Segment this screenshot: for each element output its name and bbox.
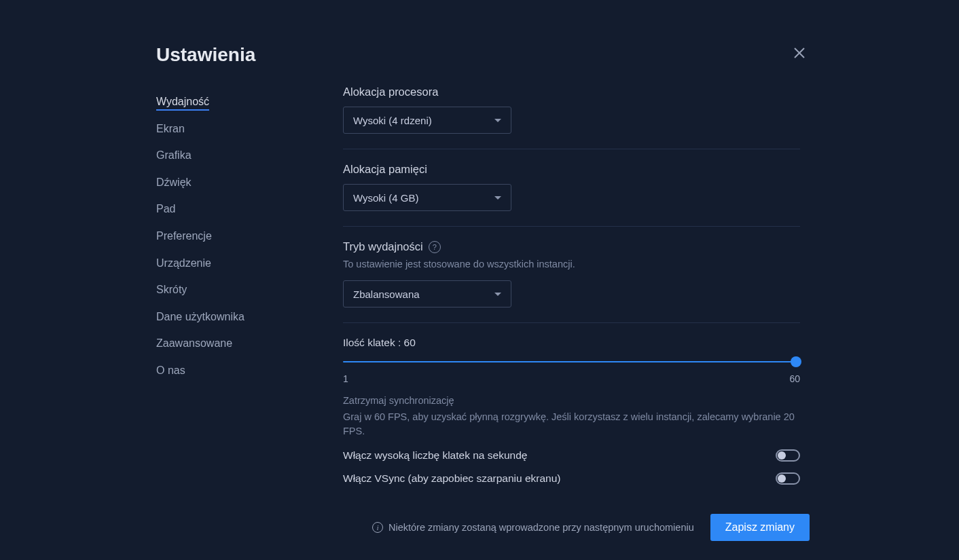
setting-perfmode-desc: To ustawienie jest stosowane do wszystki… bbox=[343, 257, 800, 271]
fps-label: Ilość klatek : 60 bbox=[343, 337, 800, 349]
close-button[interactable] bbox=[789, 43, 810, 67]
sidebar-item-about[interactable]: O nas bbox=[156, 357, 343, 384]
ram-select[interactable]: Wysoki (4 GB) bbox=[343, 184, 511, 211]
sidebar-item-performance[interactable]: Wydajność bbox=[156, 88, 343, 115]
sidebar: Wydajność Ekran Grafika Dźwięk Pad Prefe… bbox=[156, 86, 343, 560]
sidebar-item-graphics[interactable]: Grafika bbox=[156, 142, 343, 169]
chevron-down-icon bbox=[494, 293, 501, 296]
perfmode-select-value: Zbalansowana bbox=[353, 288, 420, 300]
modal-footer: i Niektóre zmiany zostaną wprowadzone pr… bbox=[343, 498, 810, 560]
cpu-select-value: Wysoki (4 rdzeni) bbox=[353, 115, 432, 126]
sidebar-item-device[interactable]: Urządzenie bbox=[156, 250, 343, 277]
fps-max: 60 bbox=[789, 373, 800, 384]
toggle-vsync[interactable] bbox=[776, 472, 800, 485]
sidebar-item-gamepad[interactable]: Pad bbox=[156, 195, 343, 223]
close-icon bbox=[793, 47, 806, 59]
fps-slider[interactable] bbox=[343, 356, 800, 368]
modal-body: Wydajność Ekran Grafika Dźwięk Pad Prefe… bbox=[156, 86, 810, 560]
footer-note: i Niektóre zmiany zostaną wprowadzone pr… bbox=[372, 522, 694, 533]
toggle-high-fps-row: Włącz wysoką liczbę klatek na sekundę bbox=[343, 449, 800, 462]
sidebar-item-sound[interactable]: Dźwięk bbox=[156, 169, 343, 196]
toggle-vsync-row: Włącz VSync (aby zapobiec szarpaniu ekra… bbox=[343, 472, 800, 485]
cpu-select[interactable]: Wysoki (4 rdzeni) bbox=[343, 107, 511, 134]
page-title: Ustawienia bbox=[156, 44, 255, 66]
settings-modal: Ustawienia Wydajność Ekran Grafika Dźwię… bbox=[0, 26, 959, 560]
fps-sub-desc: Graj w 60 FPS, aby uzyskać płynną rozgry… bbox=[343, 410, 800, 438]
ram-select-value: Wysoki (4 GB) bbox=[353, 192, 419, 204]
settings-scroll[interactable]: Alokacja procesora Wysoki (4 rdzeni) Alo… bbox=[343, 86, 810, 498]
info-icon: i bbox=[372, 522, 383, 533]
toggle-high-fps[interactable] bbox=[776, 449, 800, 462]
setting-ram: Alokacja pamięci Wysoki (4 GB) bbox=[343, 163, 800, 227]
chevron-down-icon bbox=[494, 196, 501, 200]
sidebar-item-userdata[interactable]: Dane użytkownika bbox=[156, 303, 343, 331]
setting-cpu-title: Alokacja procesora bbox=[343, 86, 800, 98]
fps-sub-caption: Zatrzymaj synchronizację bbox=[343, 395, 800, 406]
perfmode-select[interactable]: Zbalansowana bbox=[343, 280, 511, 307]
sidebar-item-advanced[interactable]: Zaawansowane bbox=[156, 330, 343, 357]
setting-cpu: Alokacja procesora Wysoki (4 rdzeni) bbox=[343, 86, 800, 149]
setting-perfmode: Tryb wydajności ? To ustawienie jest sto… bbox=[343, 240, 800, 323]
settings-content: Alokacja procesora Wysoki (4 rdzeni) Alo… bbox=[343, 86, 810, 560]
chevron-down-icon bbox=[494, 119, 501, 122]
sidebar-item-preferences[interactable]: Preferencje bbox=[156, 223, 343, 250]
sidebar-item-display[interactable]: Ekran bbox=[156, 115, 343, 143]
setting-perfmode-title: Tryb wydajności ? bbox=[343, 240, 800, 253]
save-button[interactable]: Zapisz zmiany bbox=[710, 514, 810, 541]
setting-fps: Ilość klatek : 60 1 60 Zatrzymaj synchro… bbox=[343, 337, 800, 498]
fps-min: 1 bbox=[343, 373, 348, 384]
slider-thumb[interactable] bbox=[791, 356, 801, 367]
sidebar-item-shortcuts[interactable]: Skróty bbox=[156, 276, 343, 303]
toggle-vsync-label: Włącz VSync (aby zapobiec szarpaniu ekra… bbox=[343, 472, 560, 485]
setting-ram-title: Alokacja pamięci bbox=[343, 163, 800, 176]
help-icon[interactable]: ? bbox=[429, 241, 441, 253]
toggle-high-fps-label: Włącz wysoką liczbę klatek na sekundę bbox=[343, 449, 527, 462]
modal-header: Ustawienia bbox=[156, 43, 810, 67]
